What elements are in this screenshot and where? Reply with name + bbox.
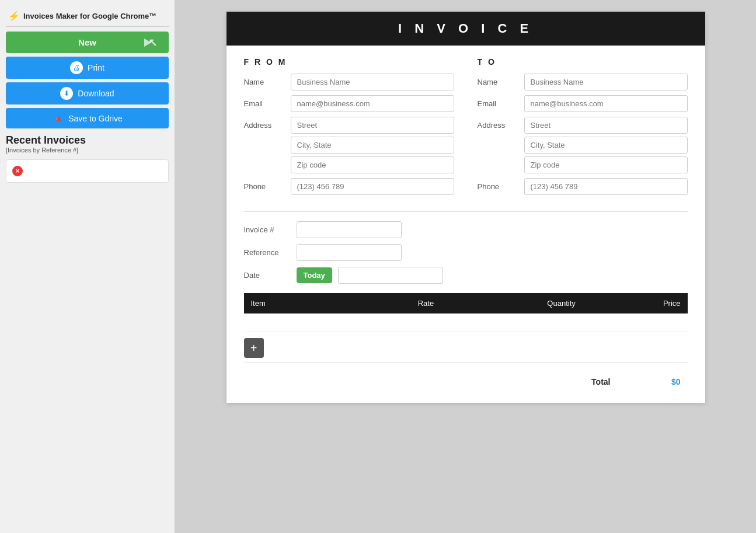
date-row: Date Today <box>244 267 688 284</box>
lightning-icon: ⚡ <box>8 11 20 22</box>
from-to-section: F R O M Name Email Addre <box>244 57 688 200</box>
to-name-row: Name <box>478 74 688 90</box>
from-email-label: Email <box>244 95 285 108</box>
from-phone-label: Phone <box>244 178 285 191</box>
to-zip-input[interactable] <box>524 156 688 173</box>
from-city-input[interactable] <box>291 137 454 154</box>
app-title: Invoices Maker for Google Chrome™ <box>23 12 156 20</box>
from-phone-inputs <box>291 178 454 195</box>
to-email-row: Email <box>478 95 688 112</box>
to-email-label: Email <box>478 95 518 108</box>
delete-invoice-button[interactable]: × <box>12 166 23 176</box>
invoice-num-input[interactable] <box>297 221 402 238</box>
recent-invoice-item: × <box>6 159 169 183</box>
to-email-input[interactable] <box>524 95 688 112</box>
table-header-row: Item Rate Quantity Price <box>244 293 688 313</box>
price-col-header: Price <box>583 293 688 313</box>
print-button[interactable]: 🖨 Print <box>6 57 169 79</box>
from-email-input[interactable] <box>291 95 454 112</box>
from-email-row: Email <box>244 95 454 112</box>
download-icon: ⬇ <box>60 87 73 100</box>
to-name-label: Name <box>478 74 518 86</box>
to-address-row: Address <box>478 117 688 173</box>
invoice-num-row: Invoice # <box>244 221 688 238</box>
total-row: Total $0 <box>244 372 688 391</box>
to-address-inputs <box>524 117 688 173</box>
quantity-col-header: Quantity <box>441 293 583 313</box>
empty-item-row <box>244 313 688 332</box>
gdrive-button[interactable]: 🔺 Save to Gdrive <box>6 108 169 128</box>
to-name-input[interactable] <box>524 74 688 90</box>
new-button[interactable]: New ↖ <box>6 32 169 53</box>
from-name-inputs <box>291 74 454 90</box>
item-col-header: Item <box>244 293 340 313</box>
item-cell <box>244 313 340 332</box>
from-email-inputs <box>291 95 454 112</box>
total-value: $0 <box>646 377 681 386</box>
total-label: Total <box>591 377 610 386</box>
download-button[interactable]: ⬇ Download <box>6 82 169 104</box>
from-zip-input[interactable] <box>291 156 454 173</box>
to-name-inputs <box>524 74 688 90</box>
rate-cell <box>340 313 441 332</box>
section-divider <box>244 211 688 212</box>
quantity-cell <box>441 313 583 332</box>
date-input[interactable] <box>338 267 443 284</box>
rate-col-header: Rate <box>340 293 441 313</box>
from-name-row: Name <box>244 74 454 90</box>
cursor-icon: ↖ <box>148 36 157 49</box>
price-cell <box>583 313 688 332</box>
reference-row: Reference <box>244 244 688 261</box>
add-row-button[interactable]: + <box>244 338 264 358</box>
invoice-meta: Invoice # Reference Date Today <box>244 221 688 284</box>
print-icon: 🖨 <box>70 61 83 74</box>
invoice-num-label: Invoice # <box>244 225 291 234</box>
to-phone-label: Phone <box>478 178 518 191</box>
to-city-input[interactable] <box>524 137 688 154</box>
from-address-label: Address <box>244 117 285 130</box>
from-name-input[interactable] <box>291 74 454 90</box>
to-title: T O <box>478 57 688 67</box>
reference-input[interactable] <box>297 244 402 261</box>
recent-invoices-section: Recent Invoices [Invoices by Reference #… <box>6 134 169 183</box>
from-street-input[interactable] <box>291 117 454 134</box>
from-phone-row: Phone <box>244 178 454 195</box>
from-name-label: Name <box>244 74 285 86</box>
from-address-inputs <box>291 117 454 173</box>
date-label: Date <box>244 271 291 280</box>
table-bottom-divider <box>244 363 688 363</box>
invoice-header: I N V O I C E <box>227 12 705 46</box>
app-title-bar: ⚡ Invoices Maker for Google Chrome™ <box>6 6 169 27</box>
today-button[interactable]: Today <box>297 267 332 283</box>
to-phone-row: Phone <box>478 178 688 195</box>
main-content: I N V O I C E F R O M Name Email <box>175 0 756 533</box>
invoice-paper: I N V O I C E F R O M Name Email <box>227 12 705 403</box>
to-street-input[interactable] <box>524 117 688 134</box>
from-phone-input[interactable] <box>291 178 454 195</box>
to-column: T O Name Email Address <box>478 57 688 200</box>
to-address-label: Address <box>478 117 518 130</box>
gdrive-icon: 🔺 <box>52 113 64 124</box>
from-title: F R O M <box>244 57 454 67</box>
to-phone-input[interactable] <box>524 178 688 195</box>
items-table: Item Rate Quantity Price <box>244 293 688 332</box>
from-address-row: Address <box>244 117 454 173</box>
sidebar: ⚡ Invoices Maker for Google Chrome™ New … <box>0 0 175 533</box>
invoice-body: F R O M Name Email Addre <box>227 46 705 403</box>
reference-label: Reference <box>244 248 291 257</box>
recent-invoices-title: Recent Invoices <box>6 134 169 147</box>
from-column: F R O M Name Email Addre <box>244 57 454 200</box>
to-phone-inputs <box>524 178 688 195</box>
to-email-inputs <box>524 95 688 112</box>
recent-invoices-sub: [Invoices by Reference #] <box>6 147 169 154</box>
